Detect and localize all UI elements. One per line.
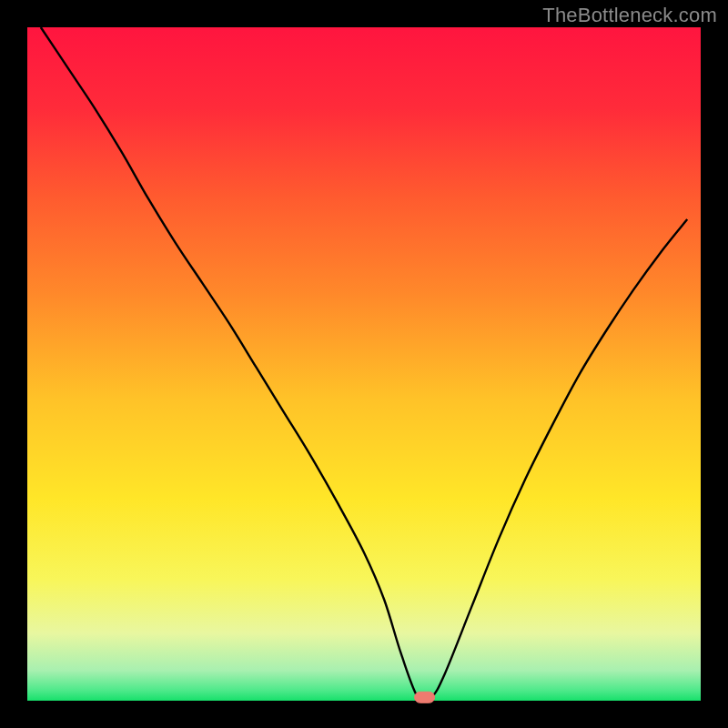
bottleneck-chart xyxy=(0,0,728,728)
watermark-text: TheBottleneck.com xyxy=(542,4,717,27)
optimal-marker xyxy=(415,692,435,703)
plot-background xyxy=(27,27,701,701)
chart-container: { "watermark": "TheBottleneck.com", "cha… xyxy=(0,0,728,728)
